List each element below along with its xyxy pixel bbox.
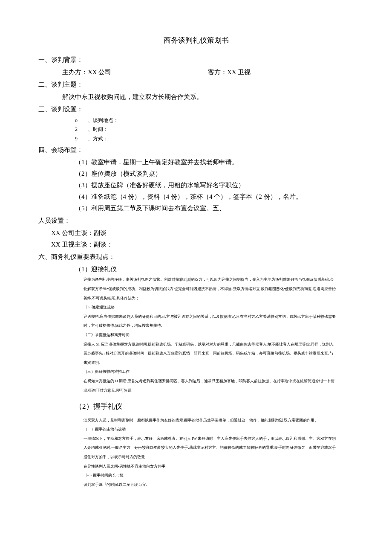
p1-para-3: 《二》掌握抵达和离开时间 [38,331,354,340]
s4-item-0: （1）教室申请，星期一上午确定好教室并去找老师申请。 [38,157,354,168]
section-3-heading: 三、谈判设置： [38,104,354,115]
section-2-content: 解决中东卫视收购问题，建立双方长期合作关系。 [38,91,354,103]
s3-item-2-num: 9 [75,134,88,144]
s3-item-1: 2 、时间： [38,125,354,134]
p1-title: （1）迎接礼仪 [38,264,354,275]
p2-para-0: 淡灭双方人员，见时和离别时一般都以握手作为友好的表示.握手的动作虽然平常播单，但… [38,416,354,425]
s4-item-4: （5）利用周五第二节及下课时间去布置会议室。五、 [38,203,354,214]
section-1-heading: 一、谈判背景： [38,54,354,66]
p2-para-2: 一般情况下，主动和对方握手，表示友好、席激或尊直。在别人 IW 来拜访时，主人应… [38,434,354,462]
p1-para-5: （三）做好按特的准招工作 [38,367,354,377]
s4-item-2: （3）摆放座位牌（准备好硬纸，用粗的水笔写好名字职位） [38,180,354,191]
p2-para-1: （一）握手的主动与被动 [38,425,354,434]
s3-item-2: 9 、方式： [38,134,354,144]
p1-para-0: 迎接为谈判礼率的序移，事关谈判氛围之情状。利益对抗较剧烈的双方，可以因为迎接之间… [38,275,354,303]
document-title: 商务谈判礼仪策划书 [38,34,354,47]
section-4-heading: 四、会场布置： [38,144,354,156]
s3-item-1-num: 2 [75,125,88,134]
p2-title: （2）握手礼仪 [38,400,354,413]
section-2-heading: 二、谈判主题： [38,79,354,90]
s3-item-0-label: 、谈判地点： [88,116,118,125]
p1-para-4: 迎接人 51 应当准确掌握对方抵达时间.提前到达机场、车站或码头，以示对对方的尊… [38,340,354,368]
s3-item-0: o 、谈判地点： [38,116,354,125]
s4-item-1: （2）座位摆放（横式谈判桌） [38,168,354,180]
p1-para-6: 在褐知来宾抵达的 H 期后.应首先考虑到其住宿安排问区。客人到达后，通常只王稍加… [38,377,354,395]
s4-item-3: （4）准备纸笔（4 份），资料（4 份），茶杯（4 个），签字本（2 份），名片… [38,191,354,203]
s3-item-1-label: 、时间： [88,125,108,134]
s3-item-2-label: 、方式： [88,134,108,144]
p1-para-1: 〈 > 确定迎送规格 [38,303,354,312]
section-6-heading: 六、商务礼仪重要表现点： [38,251,354,263]
s3-item-0-num: o [75,116,88,125]
host-label: 主办方：XX 公司 [62,67,208,78]
p2-para-3: 在异性谈判人员之间•男性绦不宜主动向女方伸手. [38,462,354,471]
p1-para-2: 迎送规格.应当依据前来谈判人员的身份和目的.己方与被迎送存之间的关系，以及惯例决… [38,312,354,331]
p2-para-4: 〈- > 握手时间的长与短 [38,471,354,480]
s5-line-0: XX 公司主谈：副谈 [38,227,354,239]
s5-line-1: XX 卫视主谈：副谈： [38,239,354,250]
section-5-heading: 人员设置： [38,215,354,227]
guest-label: 客方：XX 卫视 [208,67,354,78]
p2-para-5: 谈判双手犀『的时间.以二至五段为宜. [38,480,354,490]
